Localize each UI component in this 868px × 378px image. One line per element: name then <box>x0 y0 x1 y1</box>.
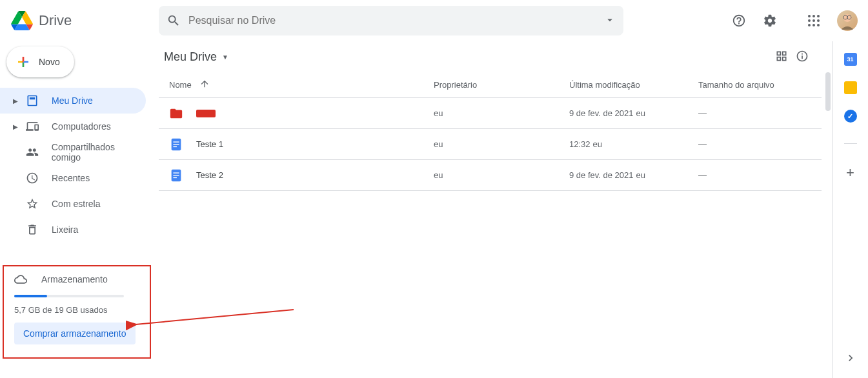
nav-label: Compartilhados comigo <box>52 142 146 163</box>
sidebar-item-starred[interactable]: Com estrela <box>0 191 146 217</box>
file-owner: eu <box>434 139 569 149</box>
nav-label: Recentes <box>52 173 90 183</box>
sidebar-item-trash[interactable]: Lixeira <box>0 217 146 243</box>
calendar-icon[interactable] <box>844 53 857 66</box>
file-size: — <box>698 108 822 118</box>
breadcrumb-title[interactable]: Meu Drive ▼ <box>164 50 228 64</box>
logo-area[interactable]: Drive <box>5 8 159 34</box>
hide-panel-icon[interactable] <box>844 352 857 366</box>
file-row[interactable]: Teste 1 eu 12:32eu — <box>159 129 822 160</box>
svg-rect-6 <box>173 146 177 146</box>
file-name-redacted <box>196 110 216 117</box>
grid-view-icon[interactable] <box>775 50 788 65</box>
file-name: Teste 2 <box>196 170 223 180</box>
sidebar-item-my-drive[interactable]: ▶ Meu Drive <box>0 88 146 114</box>
new-button-label: Novo <box>39 57 60 67</box>
file-area: Meu Drive ▼ Nome <box>154 41 832 378</box>
keep-icon[interactable] <box>844 81 857 94</box>
add-addon-icon[interactable]: + <box>846 164 854 181</box>
main: Novo ▶ Meu Drive ▶ Computadores <box>0 41 868 378</box>
info-icon[interactable] <box>796 50 809 65</box>
svg-rect-4 <box>173 141 179 142</box>
sort-arrow-icon <box>199 79 210 91</box>
nav: ▶ Meu Drive ▶ Computadores Compartilhado… <box>0 88 154 243</box>
scrollbar-thumb[interactable] <box>825 72 831 111</box>
svg-rect-9 <box>173 175 179 175</box>
buy-storage-button[interactable]: Comprar armazenamento <box>14 323 136 344</box>
expand-icon[interactable]: ▶ <box>13 123 21 130</box>
storage-progress <box>14 295 124 297</box>
file-size: — <box>698 170 822 180</box>
storage-label: Armazenamento <box>41 274 108 284</box>
file-modified: 9 de fev. de 2021eu <box>569 170 698 180</box>
col-name-header[interactable]: Nome <box>169 79 434 91</box>
cloud-icon <box>14 273 30 286</box>
nav-label: Com estrela <box>52 199 100 209</box>
chevron-down-icon: ▼ <box>222 54 228 61</box>
search-bar[interactable] <box>159 6 623 35</box>
sidebar-item-computers[interactable]: ▶ Computadores <box>0 114 146 139</box>
sidebar-item-shared[interactable]: Compartilhados comigo <box>0 139 146 165</box>
apps-icon[interactable] <box>801 8 827 34</box>
header-actions <box>623 8 863 34</box>
settings-icon[interactable] <box>757 8 783 34</box>
side-panel: + <box>832 41 868 378</box>
svg-rect-5 <box>173 144 179 144</box>
file-name: Teste 1 <box>196 139 223 149</box>
col-modified-header[interactable]: Última modificação <box>569 80 698 90</box>
storage-label-row[interactable]: Armazenamento <box>14 273 139 286</box>
search-options-icon[interactable] <box>604 14 616 28</box>
recent-icon <box>25 172 40 184</box>
breadcrumb-label: Meu Drive <box>164 50 217 64</box>
breadcrumb-bar: Meu Drive ▼ <box>159 41 822 72</box>
expand-icon[interactable]: ▶ <box>13 97 21 104</box>
storage-section: Armazenamento 5,7 GB de 19 GB usados Com… <box>3 265 151 359</box>
search-icon <box>167 14 181 28</box>
trash-icon <box>25 223 40 236</box>
content: Meu Drive ▼ Nome <box>154 41 868 378</box>
doc-icon <box>169 168 185 183</box>
folder-icon <box>169 106 185 121</box>
drive-logo-icon <box>9 8 35 34</box>
storage-usage-text: 5,7 GB de 19 GB usados <box>14 305 139 315</box>
new-button[interactable]: Novo <box>6 46 74 77</box>
svg-rect-8 <box>173 172 179 173</box>
shared-icon <box>25 146 40 159</box>
help-icon[interactable] <box>726 8 752 34</box>
nav-label: Computadores <box>52 121 111 132</box>
col-size-header[interactable]: Tamanho do arquivo <box>698 80 822 90</box>
computers-icon <box>25 120 40 133</box>
tasks-icon[interactable] <box>844 110 857 123</box>
storage-progress-fill <box>14 295 47 297</box>
sidebar-item-recent[interactable]: Recentes <box>0 165 146 191</box>
file-row[interactable]: eu 9 de fev. de 2021eu — <box>159 98 822 129</box>
account-avatar[interactable] <box>837 10 858 31</box>
nav-label: Meu Drive <box>52 95 93 106</box>
search-input[interactable] <box>188 15 604 26</box>
doc-icon <box>169 137 185 152</box>
sidebar: Novo ▶ Meu Drive ▶ Computadores <box>0 41 154 378</box>
col-owner-header[interactable]: Proprietário <box>434 80 569 90</box>
file-owner: eu <box>434 108 569 118</box>
view-controls <box>775 50 809 65</box>
svg-rect-10 <box>173 177 177 177</box>
nav-label: Lixeira <box>52 224 78 235</box>
file-size: — <box>698 139 822 149</box>
header: Drive <box>0 0 868 41</box>
table-header: Nome Proprietário Última modificação Tam… <box>159 72 822 98</box>
scrollbar[interactable] <box>823 72 832 378</box>
star-icon <box>25 197 40 210</box>
file-owner: eu <box>434 170 569 180</box>
app-title: Drive <box>39 12 72 29</box>
file-row[interactable]: Teste 2 eu 9 de fev. de 2021eu — <box>159 160 822 191</box>
plus-icon <box>15 54 31 70</box>
file-modified: 9 de fev. de 2021eu <box>569 108 698 118</box>
my-drive-icon <box>25 94 40 107</box>
file-modified: 12:32eu <box>569 139 698 149</box>
